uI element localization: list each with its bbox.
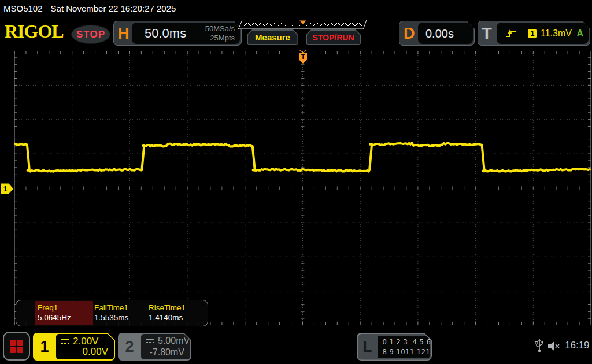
memory-depth: 25Mpts bbox=[205, 34, 235, 43]
datetime: Sat November 22 16:20:27 2025 bbox=[51, 3, 176, 13]
digital-channels-row1: 0 1 2 3 4 5 6 7 bbox=[378, 336, 430, 348]
digital-channels-row2: 8 9 1011 12131415 bbox=[378, 347, 430, 358]
delay-value: 0.00s bbox=[426, 27, 454, 40]
logic-block-frame: L 0 1 2 3 4 5 6 7 8 9 1011 12131415 bbox=[358, 334, 431, 360]
logic-analyzer-block[interactable]: L 0 1 2 3 4 5 6 7 8 9 1011 12131415 bbox=[357, 333, 432, 361]
clock: 16:19 bbox=[565, 340, 590, 351]
channel1-offset: 0.00V bbox=[83, 346, 108, 358]
trigger-delay-block[interactable]: D 0.00s bbox=[399, 21, 475, 46]
trigger-level-value: 11.3mV bbox=[541, 28, 572, 39]
horizontal-label: H bbox=[118, 24, 130, 42]
channel1-status-block[interactable]: 1 2.00V 0.00V bbox=[33, 333, 115, 361]
rigol-logo: RIGOL bbox=[5, 21, 64, 42]
timebase-value: 50.0ms bbox=[145, 26, 186, 41]
trigger-sweep-mode: A bbox=[576, 28, 583, 39]
run-state-indicator[interactable]: STOP bbox=[71, 25, 110, 44]
channel2-scale: 5.00mV bbox=[158, 336, 190, 346]
measurement-label: Freq1 bbox=[38, 303, 58, 312]
dc-coupling-icon bbox=[145, 338, 155, 344]
channel2-readout: 5.00mV -7.80mV bbox=[141, 334, 190, 359]
measure-button-label: Measure bbox=[255, 32, 290, 42]
stop-run-button-label: STOP/RUN bbox=[312, 33, 354, 42]
trigger-readout: 1 11.3mV A bbox=[497, 23, 589, 44]
channel2-offset: -7.80mV bbox=[150, 347, 184, 358]
channel1-number: 1 bbox=[33, 333, 56, 361]
graticule-and-waveform bbox=[14, 51, 591, 325]
svg-text:1: 1 bbox=[3, 185, 8, 193]
delay-readout: 0.00s bbox=[418, 23, 473, 44]
trigger-block[interactable]: T 1 11.3mV A bbox=[478, 21, 590, 46]
rising-edge-icon bbox=[505, 29, 517, 38]
measurement-panel[interactable]: Freq1 5.0645Hz FallTime1 1.5535ms RiseTi… bbox=[16, 300, 208, 326]
measurement-value: 5.0645Hz bbox=[38, 313, 71, 322]
trigger-position-marker[interactable]: T bbox=[298, 50, 308, 64]
horizontal-timebase-block[interactable]: H 50.0ms 50MSa/s 25Mpts bbox=[113, 21, 242, 46]
model-name: MSO5102 bbox=[3, 3, 43, 13]
speaker-muted-icon[interactable] bbox=[547, 341, 561, 351]
status-bar: MSO5102 Sat November 22 16:20:27 2025 bbox=[0, 0, 592, 16]
sample-rate-stack: 50MSa/s 25Mpts bbox=[205, 24, 235, 42]
sample-rate: 50MSa/s bbox=[205, 24, 235, 34]
grid-menu-icon bbox=[10, 340, 23, 353]
run-state-label: STOP bbox=[76, 29, 105, 40]
measurement-value: 1.4140ms bbox=[149, 313, 183, 322]
timebase-readout: 50.0ms 50MSa/s 25Mpts bbox=[132, 23, 240, 44]
waveform-preview-bar[interactable] bbox=[238, 20, 367, 29]
measurement-value: 1.5535ms bbox=[94, 313, 128, 322]
dc-coupling-icon bbox=[60, 339, 70, 345]
logic-analyzer-label: L bbox=[363, 338, 372, 356]
channel1-readout: 2.00V 0.00V bbox=[56, 334, 114, 359]
measurement-label: FallTime1 bbox=[94, 303, 128, 312]
trigger-label: T bbox=[482, 24, 492, 43]
digital-channels-readout: 0 1 2 3 4 5 6 7 8 9 1011 12131415 bbox=[378, 336, 430, 358]
measure-button[interactable]: Measure bbox=[247, 29, 298, 45]
delay-label: D bbox=[404, 24, 415, 42]
channel1-scale: 2.00V bbox=[73, 336, 98, 347]
waveform-display-area[interactable] bbox=[14, 51, 591, 325]
stop-run-button[interactable]: STOP/RUN bbox=[306, 29, 361, 45]
measurement-label: RiseTime1 bbox=[149, 303, 186, 312]
channel2-number: 2 bbox=[118, 333, 141, 361]
svg-text:T: T bbox=[301, 53, 305, 60]
usb-icon bbox=[535, 339, 545, 353]
channel1-position-marker[interactable]: 1 bbox=[1, 183, 14, 194]
main-menu-button[interactable] bbox=[3, 332, 30, 361]
trigger-source-badge: 1 bbox=[528, 29, 537, 38]
channel2-status-block[interactable]: 2 5.00mV -7.80mV bbox=[118, 333, 191, 361]
